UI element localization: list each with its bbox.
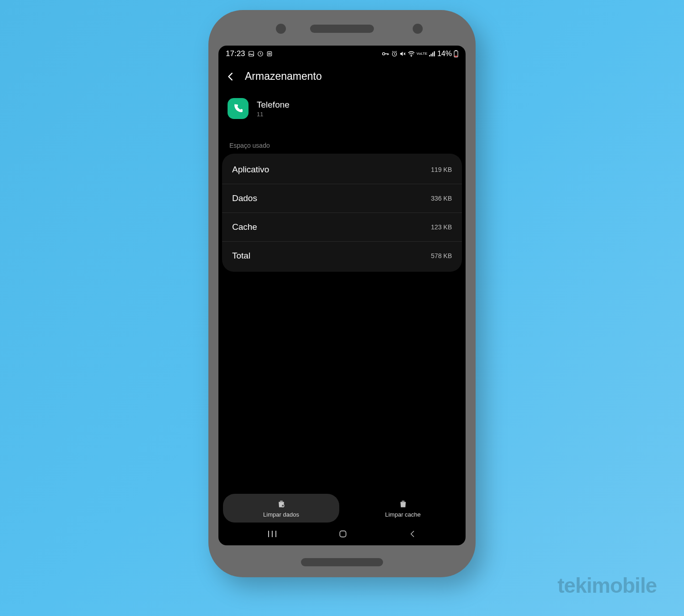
row-data: Dados 336 KB bbox=[222, 184, 462, 213]
clear-cache-label: Limpar cache bbox=[385, 511, 420, 518]
row-cache: Cache 123 KB bbox=[222, 213, 462, 242]
section-label-space-used: Espaço usado bbox=[218, 124, 466, 154]
clear-cache-button[interactable]: Limpar cache bbox=[345, 494, 461, 523]
app-info-row: Telefone 11 bbox=[218, 89, 466, 124]
watermark: tekimobile bbox=[557, 573, 657, 598]
trash-reset-icon bbox=[277, 499, 286, 508]
svg-rect-0 bbox=[249, 52, 254, 57]
row-cache-value: 123 KB bbox=[431, 223, 452, 231]
svg-rect-2 bbox=[267, 52, 271, 56]
earpiece bbox=[310, 25, 374, 33]
svg-rect-13 bbox=[455, 50, 456, 51]
svg-rect-4 bbox=[269, 53, 270, 55]
app-icon bbox=[228, 98, 249, 119]
app-name: Telefone bbox=[257, 100, 290, 110]
app-version: 11 bbox=[257, 111, 290, 118]
svg-rect-11 bbox=[434, 51, 435, 56]
row-app: Aplicativo 119 KB bbox=[222, 155, 462, 184]
row-total-value: 578 KB bbox=[431, 252, 452, 259]
storage-card: Aplicativo 119 KB Dados 336 KB Cache 123… bbox=[222, 154, 462, 272]
back-button[interactable] bbox=[225, 71, 237, 83]
network-lte-icon: VoLTE bbox=[417, 52, 427, 56]
sensor-left bbox=[276, 24, 286, 34]
clear-data-button[interactable]: Limpar dados bbox=[223, 494, 339, 523]
battery-icon bbox=[454, 50, 458, 57]
svg-rect-19 bbox=[340, 531, 346, 537]
trash-icon bbox=[399, 499, 408, 508]
svg-point-5 bbox=[382, 52, 384, 55]
nav-bar bbox=[218, 525, 466, 545]
signal-icon bbox=[429, 51, 435, 57]
phone-frame: 17:23 bbox=[208, 10, 476, 577]
key-icon bbox=[382, 52, 389, 56]
svg-rect-9 bbox=[430, 54, 431, 57]
wifi-icon bbox=[408, 51, 415, 57]
row-data-label: Dados bbox=[232, 193, 257, 203]
row-cache-label: Cache bbox=[232, 222, 257, 232]
svg-rect-8 bbox=[429, 55, 430, 57]
nav-recents-button[interactable] bbox=[267, 530, 277, 540]
svg-rect-14 bbox=[455, 56, 457, 57]
status-bar: 17:23 bbox=[218, 46, 466, 62]
svg-point-7 bbox=[411, 56, 411, 57]
row-total: Total 578 KB bbox=[222, 242, 462, 270]
svg-rect-10 bbox=[432, 52, 433, 56]
svg-rect-3 bbox=[268, 53, 269, 55]
svg-point-15 bbox=[281, 505, 284, 507]
nav-home-button[interactable] bbox=[338, 529, 347, 540]
page-title: Armazenamento bbox=[245, 70, 322, 83]
sensor-right bbox=[413, 24, 423, 34]
clear-data-label: Limpar dados bbox=[263, 511, 299, 518]
battery-percent: 14% bbox=[437, 50, 452, 58]
alarm-icon bbox=[391, 51, 398, 57]
row-data-value: 336 KB bbox=[431, 195, 452, 202]
row-app-value: 119 KB bbox=[431, 166, 452, 173]
row-total-label: Total bbox=[232, 251, 250, 261]
page-header: Armazenamento bbox=[218, 62, 466, 89]
action-bar: Limpar dados Limpar cache bbox=[218, 490, 466, 525]
screen: 17:23 bbox=[218, 46, 466, 545]
row-app-label: Aplicativo bbox=[232, 165, 269, 175]
bottom-speaker bbox=[301, 558, 383, 566]
app-indicator-icon bbox=[266, 51, 273, 57]
image-icon bbox=[248, 51, 254, 57]
mute-icon bbox=[399, 51, 406, 57]
status-time: 17:23 bbox=[226, 49, 245, 58]
nav-back-button[interactable] bbox=[409, 530, 417, 540]
clock-icon bbox=[257, 51, 264, 57]
